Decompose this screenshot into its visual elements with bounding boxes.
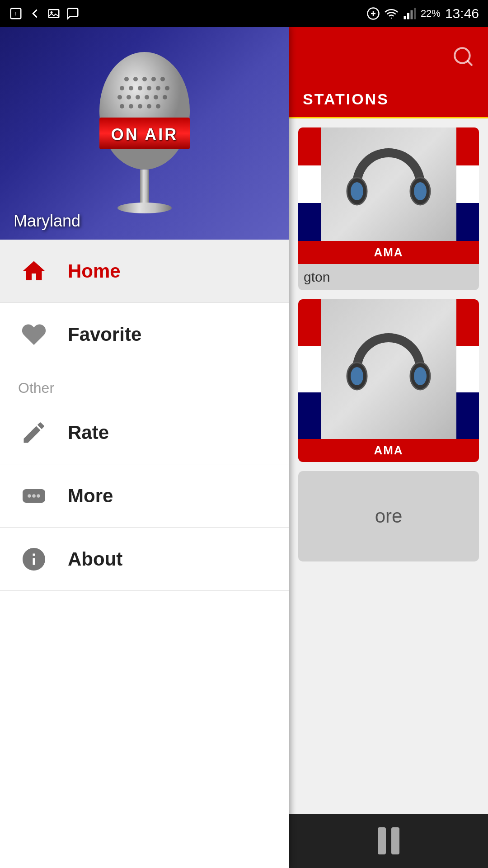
more-stations-label: ore	[375, 505, 403, 527]
rate-label: Rate	[68, 422, 109, 443]
nav-item-more[interactable]: More	[0, 464, 289, 528]
message-icon	[66, 7, 80, 20]
nav-item-favorite[interactable]: Favorite	[0, 303, 289, 366]
svg-point-39	[37, 494, 40, 498]
svg-rect-8	[414, 8, 416, 19]
svg-point-19	[156, 86, 160, 90]
svg-point-38	[32, 494, 36, 498]
more-label: More	[68, 485, 113, 507]
nav-drawer: ON AIR Maryland Home	[0, 27, 289, 868]
svg-point-23	[136, 95, 140, 99]
svg-point-17	[138, 86, 142, 90]
station-visual-2	[298, 299, 479, 439]
svg-point-16	[129, 86, 133, 90]
svg-point-26	[163, 95, 167, 99]
station-visual-1	[298, 127, 479, 241]
svg-point-27	[120, 104, 124, 108]
svg-point-24	[145, 95, 149, 99]
svg-point-22	[127, 95, 131, 99]
svg-point-28	[129, 104, 133, 108]
stations-bar: STATIONS	[289, 86, 488, 118]
svg-point-18	[147, 86, 151, 90]
svg-point-31	[156, 104, 160, 108]
svg-point-35	[117, 203, 172, 213]
rate-icon	[18, 417, 50, 448]
main-container: ON AIR Maryland Home	[0, 27, 488, 868]
svg-point-10	[124, 77, 129, 81]
microphone: ON AIR	[86, 47, 203, 219]
nav-item-about[interactable]: About	[0, 528, 289, 591]
svg-point-13	[151, 77, 156, 81]
nav-item-home[interactable]: Home	[0, 240, 289, 303]
top-bar	[289, 27, 488, 86]
search-button[interactable]	[452, 45, 474, 68]
svg-point-15	[120, 86, 124, 90]
headphone-icon-2	[343, 324, 434, 415]
svg-rect-6	[407, 13, 409, 19]
nav-item-rate[interactable]: Rate	[0, 401, 289, 464]
mic-svg: ON AIR	[86, 47, 203, 228]
svg-point-12	[142, 77, 147, 81]
signal-icon	[403, 7, 416, 20]
flag-stripe-right-1	[456, 127, 479, 241]
alert-icon: !	[9, 7, 23, 20]
svg-point-48	[414, 367, 427, 385]
svg-point-29	[138, 104, 142, 108]
pause-button[interactable]	[378, 827, 399, 854]
right-panel: STATIONS	[289, 27, 488, 868]
svg-rect-34	[140, 170, 149, 206]
svg-point-46	[351, 367, 363, 385]
svg-rect-5	[404, 16, 406, 19]
svg-point-9	[99, 52, 190, 170]
about-label: About	[68, 548, 122, 570]
pause-bar-right	[391, 827, 399, 854]
home-label: Home	[68, 260, 121, 282]
svg-point-44	[414, 182, 427, 200]
status-bar: ! 22% 13:46	[0, 0, 488, 27]
svg-text:!: !	[15, 10, 17, 18]
flag-stripe-right-2	[456, 299, 479, 439]
svg-point-37	[28, 494, 31, 498]
other-section-header: Other	[0, 366, 289, 401]
flag-stripe-left-2	[298, 299, 321, 439]
status-right-info: 22% 13:46	[366, 6, 479, 21]
pause-bar-left	[378, 827, 386, 854]
gallery-icon	[47, 7, 61, 20]
stations-list: AMA gton	[289, 118, 488, 814]
headphone-icon-1	[343, 139, 434, 230]
svg-point-14	[160, 77, 165, 81]
station-card-2[interactable]: AMA	[298, 299, 479, 462]
svg-point-21	[117, 95, 122, 99]
svg-rect-7	[410, 10, 413, 19]
player-bar	[289, 814, 488, 868]
more-icon	[18, 480, 50, 512]
flag-stripe-left-1	[298, 127, 321, 241]
station-card-1[interactable]: AMA gton	[298, 127, 479, 290]
status-left-icons: !	[9, 7, 80, 20]
wifi-icon	[385, 7, 398, 20]
favorite-label: Favorite	[68, 324, 141, 345]
svg-point-25	[154, 95, 158, 99]
svg-point-30	[147, 104, 151, 108]
home-icon	[18, 255, 50, 287]
station-abbr-1: AMA	[298, 241, 479, 264]
add-icon	[366, 7, 380, 20]
svg-text:ON AIR: ON AIR	[111, 125, 178, 144]
stations-title: STATIONS	[303, 90, 389, 108]
back-icon[interactable]	[28, 7, 42, 20]
info-icon	[18, 543, 50, 575]
station-name-1: gton	[298, 264, 479, 290]
more-stations-card[interactable]: ore	[298, 471, 479, 561]
svg-point-11	[133, 77, 138, 81]
clock: 13:46	[445, 6, 479, 21]
svg-point-42	[351, 182, 363, 200]
station-abbr-2: AMA	[298, 439, 479, 462]
svg-point-20	[165, 86, 169, 90]
nav-menu: Home Favorite Other	[0, 240, 289, 868]
battery-indicator: 22%	[421, 8, 441, 19]
hero-location-label: Maryland	[14, 212, 80, 231]
hero-banner: ON AIR Maryland	[0, 27, 289, 240]
mic-illustration: ON AIR	[0, 27, 289, 240]
heart-icon	[18, 319, 50, 350]
